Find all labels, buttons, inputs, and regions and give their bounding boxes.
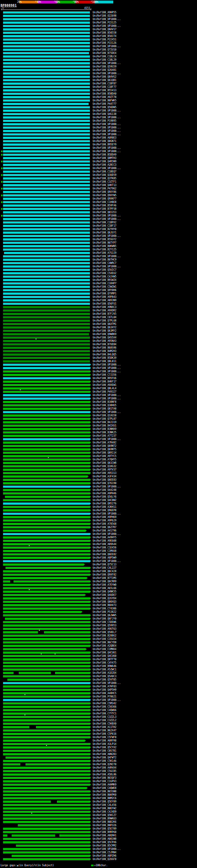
alignment-bar[interactable] [16,845,90,847]
alignment-bar[interactable] [3,784,90,786]
hit-label[interactable]: UniRef100_B0FWK5 [91,99,117,102]
alignment-bar[interactable] [3,506,90,508]
alignment-bar[interactable] [3,303,90,305]
alignment-bar[interactable] [3,276,90,278]
alignment-bar[interactable] [3,587,90,589]
hit-label[interactable]: UniRef100_B6THC9 [91,258,117,261]
hit-label[interactable]: UniRef100_UP1000... [91,18,121,21]
hit-label[interactable]: UniRef100_C4L227 [91,566,117,570]
hit-label[interactable]: UniRef100_Q72U10 [91,48,117,52]
alignment-bar[interactable] [3,435,90,437]
alignment-bar[interactable] [3,211,90,213]
alignment-bar[interactable] [3,804,90,806]
hit-label[interactable]: UniRef100_Q89114 [91,451,117,455]
alignment-bar[interactable] [3,817,90,820]
alignment-bar[interactable] [3,370,90,373]
hit-label[interactable]: UniRef100_Q5VT05 [91,678,117,681]
hit-label[interactable]: UniRef100_C6TL04 [91,316,117,319]
hit-label[interactable]: UniRef100_A4HMK9 [91,783,117,786]
alignment-bar[interactable] [3,49,90,51]
hit-label[interactable]: UniRef100_C3XHP7 [91,282,117,285]
hit-label[interactable]: UniRef100_Q4R5N9 [91,160,117,163]
alignment-bar[interactable] [3,475,88,477]
alignment-bar[interactable] [3,459,90,461]
hit-label[interactable]: UniRef100_UP1000... [91,234,121,238]
alignment-bar[interactable] [3,540,90,542]
alignment-bar[interactable] [3,130,90,132]
alignment-bar[interactable] [3,235,90,237]
alignment-bar[interactable] [3,499,90,501]
hit-label[interactable]: UniRef100_B65SN0 [91,790,117,793]
alignment-bar[interactable] [3,709,90,711]
alignment-bar[interactable] [3,282,90,284]
alignment-bar[interactable] [3,93,90,95]
hit-label[interactable]: UniRef100_C5FWF0 [91,736,117,739]
hit-label[interactable]: UniRef100_Q76190 [91,482,117,485]
hit-label[interactable]: UniRef100_B6H473 [91,603,117,607]
alignment-bar[interactable] [3,604,90,606]
hit-label[interactable]: UniRef100_UP1000... [91,129,121,133]
alignment-bar[interactable] [3,773,90,776]
alignment-bar[interactable] [3,35,90,37]
hit-label[interactable]: UniRef100_Q61CW8 [91,461,117,465]
hit-label[interactable]: UniRef100_UP1000... [91,72,121,75]
hit-label[interactable]: UniRef100_C5JRN4 [91,851,117,854]
alignment-bar[interactable] [3,502,90,505]
hit-label[interactable]: UniRef100_Q6EE82 [91,553,117,556]
alignment-bar[interactable] [3,364,90,366]
hit-label[interactable]: UniRef100_A9NXC3 [91,305,117,309]
hit-label[interactable]: UniRef100_Q6JWW5 [91,614,117,617]
hit-label[interactable]: UniRef100_C1H8E8 [91,200,117,204]
alignment-bar[interactable] [3,394,90,396]
hit-label[interactable]: UniRef100_Q5KCZ7 [91,813,117,817]
alignment-bar[interactable] [12,855,90,857]
hit-label[interactable]: UniRef100_UP1000... [91,255,121,258]
hit-label[interactable]: UniRef100_Q8MTH3 [91,156,117,160]
hit-label[interactable]: UniRef100_Q00XQ3 [91,600,117,603]
alignment-bar[interactable] [3,428,90,430]
hit-label[interactable]: UniRef100_Q5UIC7 [91,268,117,272]
hit-label[interactable]: UniRef100_UP1000... [91,397,121,400]
hit-label[interactable]: UniRef100_P44777 [91,102,117,105]
alignment-bar[interactable] [3,492,90,495]
hit-label[interactable]: UniRef100_Q63MY2 [91,329,117,333]
alignment-bar[interactable] [3,482,90,484]
alignment-bar[interactable] [3,645,90,647]
hit-label[interactable]: UniRef100_UP1000... [91,214,121,217]
alignment-bar[interactable] [3,746,90,748]
alignment-bar[interactable] [3,523,90,525]
hit-label[interactable]: UniRef100_B7T1M5 [91,577,117,580]
alignment-bar[interactable] [3,526,90,528]
hit-label[interactable]: UniRef100_A9HP55 [91,11,117,14]
alignment-bar[interactable] [3,790,90,793]
alignment-bar[interactable] [3,113,90,115]
alignment-bar[interactable] [3,787,87,789]
hit-label[interactable]: UniRef100_B5CPM2 [91,844,117,847]
alignment-bar[interactable] [3,299,90,302]
alignment-bar[interactable] [5,756,90,759]
alignment-bar[interactable] [3,455,90,457]
hit-label[interactable]: UniRef100_C5GCB5 [91,770,117,773]
hit-label[interactable]: UniRef100_Q6Z7R7 [91,526,117,529]
alignment-bar[interactable] [3,513,90,515]
alignment-bar[interactable] [3,716,90,718]
hit-label[interactable]: UniRef100_C1BEQ7 [91,170,117,173]
alignment-bar[interactable] [3,177,90,180]
hit-label[interactable]: UniRef100_C5DEW6 [91,620,117,624]
hit-label[interactable]: UniRef100_A95NA3 [91,339,117,343]
hit-label[interactable]: UniRef100_Q4CU60 [91,654,117,658]
hit-label[interactable]: UniRef100_C5K146 [91,759,117,763]
alignment-bar[interactable] [3,150,90,152]
alignment-bar[interactable] [3,269,90,271]
alignment-bar[interactable] [3,110,90,112]
hit-label[interactable]: UniRef100_C7YTC1 [91,712,117,715]
hit-label[interactable]: UniRef100_Q75C13 [91,563,117,566]
hit-label[interactable]: UniRef100_A8Q9H1 [91,834,117,837]
hit-label[interactable]: UniRef100_A3LP14 [91,742,117,746]
alignment-bar[interactable] [3,188,90,190]
alignment-bar[interactable] [3,543,90,545]
hit-label[interactable]: UniRef100_A8N2B3 [91,752,117,756]
alignment-bar[interactable] [3,323,90,325]
alignment-bar[interactable] [3,520,90,522]
alignment-bar[interactable] [3,801,51,803]
